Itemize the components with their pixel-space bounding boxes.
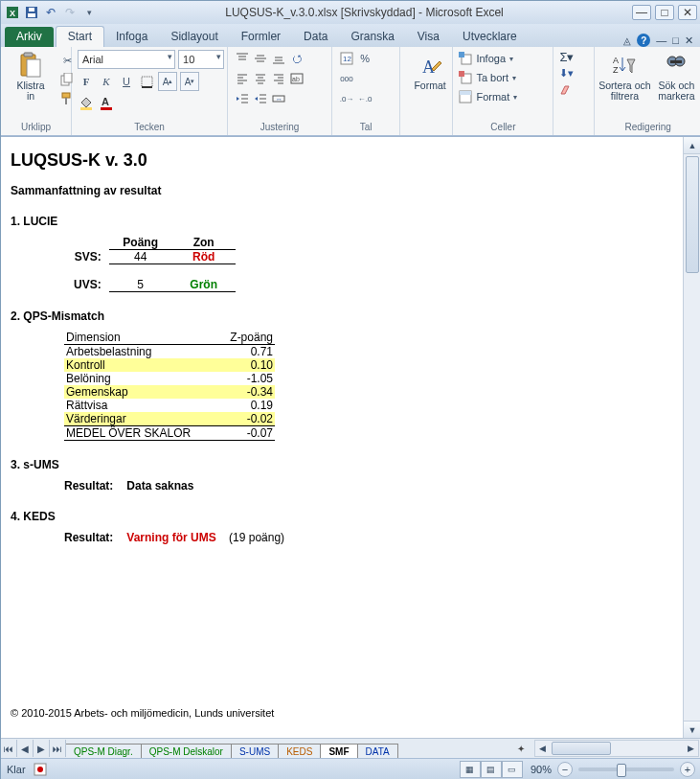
zoom-slider[interactable] [578, 768, 674, 771]
help-area: ◬ ? — □ ✕ [623, 34, 700, 47]
close-button[interactable]: ✕ [678, 5, 697, 20]
increase-decimal-icon[interactable]: .0→ [338, 90, 355, 107]
redo-icon[interactable]: ↷ [62, 5, 78, 20]
align-left-icon[interactable] [234, 70, 251, 87]
ribbon-min-window-icon[interactable]: — [656, 34, 666, 46]
ribbon-tab-formler[interactable]: Formler [230, 27, 292, 47]
font-name-combo[interactable]: Arial [78, 50, 175, 69]
svg-point-63 [37, 767, 43, 772]
sort-filter-button[interactable]: AZ Sortera och filtrera [600, 50, 648, 103]
align-bottom-icon[interactable] [270, 50, 287, 67]
font-size-combo[interactable]: 10 [178, 50, 224, 69]
svg-rect-14 [80, 107, 92, 110]
scroll-right-icon[interactable]: ▶ [684, 744, 698, 753]
file-tab[interactable]: Arkiv [5, 27, 54, 47]
sheet-tab-data[interactable]: DATA [357, 744, 398, 758]
ribbon-tab-granska[interactable]: Granska [339, 27, 405, 47]
autosum-icon[interactable]: Σ▾ [559, 50, 574, 64]
align-middle-icon[interactable] [252, 50, 269, 67]
styles-format-button[interactable]: A Format [406, 50, 454, 93]
underline-button[interactable]: U [118, 73, 135, 90]
worksheet[interactable]: LUQSUS-K v. 3.0 Sammanfattning av result… [1, 137, 683, 738]
scroll-down-icon[interactable]: ▼ [684, 721, 700, 738]
ribbon-tab-utvecklare[interactable]: Utvecklare [451, 27, 529, 47]
ribbon-tabs: Arkiv StartInfogaSidlayoutFormlerDataGra… [1, 24, 700, 47]
scroll-left-icon[interactable]: ◀ [535, 744, 550, 753]
decrease-font-icon[interactable]: A▾ [180, 72, 199, 91]
minimize-ribbon-icon[interactable]: ◬ [623, 35, 631, 46]
sheet-tab-qps-m-diagr-[interactable]: QPS-M Diagr. [66, 744, 142, 758]
merge-center-icon[interactable]: ↔ [270, 90, 287, 107]
svg-rect-4 [29, 8, 34, 11]
svg-text:ab: ab [292, 76, 300, 82]
cells-format[interactable]: Format▾ [459, 88, 517, 105]
paste-button[interactable]: Klistra in [7, 50, 55, 103]
ribbon-tab-data[interactable]: Data [292, 27, 339, 47]
format-cells-icon [459, 90, 472, 103]
prev-sheet-icon[interactable]: ◀ [17, 740, 34, 757]
svg-text:Z: Z [613, 65, 619, 75]
maximize-button[interactable]: □ [655, 5, 674, 20]
fill-color-button[interactable] [78, 94, 95, 111]
sheet-tab-keds[interactable]: KEDS [278, 744, 321, 758]
qps-dimension: Rättvisa [64, 399, 218, 412]
align-top-icon[interactable] [234, 50, 251, 67]
number-format-icon[interactable]: 12 [338, 50, 355, 67]
copyright: © 2010-2015 Arbets- och miljömedicin, Lu… [11, 707, 666, 719]
orientation-icon[interactable]: ⭯ [288, 50, 305, 67]
page-layout-view-icon[interactable]: ▤ [481, 761, 502, 778]
zoom-level[interactable]: 90% [531, 764, 552, 775]
sheet-tab-smf[interactable]: SMF [320, 744, 357, 758]
normal-view-icon[interactable]: ▦ [460, 761, 481, 778]
comma-icon[interactable]: 000 [338, 70, 355, 87]
next-sheet-icon[interactable]: ▶ [34, 740, 50, 757]
scroll-up-icon[interactable]: ▲ [684, 137, 700, 154]
last-sheet-icon[interactable]: ⏭ [50, 740, 66, 757]
fill-icon[interactable]: ⬇▾ [559, 67, 574, 80]
ribbon-tab-start[interactable]: Start [56, 26, 104, 47]
page-break-view-icon[interactable]: ▭ [502, 761, 523, 778]
ribbon-tab-visa[interactable]: Visa [406, 27, 451, 47]
scroll-thumb[interactable] [686, 156, 699, 273]
decrease-indent-icon[interactable] [234, 90, 251, 107]
sums-result: Resultat: Data saknas [64, 479, 666, 493]
decrease-decimal-icon[interactable]: ←.0 [356, 90, 373, 107]
lucie-zone: Röd [172, 250, 236, 264]
cells-insert[interactable]: Infoga▾ [459, 50, 513, 67]
macro-record-icon[interactable] [34, 763, 47, 776]
qps-zscore: 0.10 [218, 358, 275, 372]
cells-delete[interactable]: Ta bort▾ [459, 69, 516, 86]
ribbon-tab-sidlayout[interactable]: Sidlayout [159, 27, 229, 47]
bold-button[interactable]: F [78, 73, 95, 90]
new-sheet-icon[interactable]: ✦ [511, 744, 531, 754]
hscroll-thumb[interactable] [552, 742, 611, 755]
percent-icon[interactable]: % [356, 50, 373, 67]
find-select-button[interactable]: Sök och markera [652, 50, 700, 103]
save-icon[interactable] [24, 5, 39, 20]
sheet-tab-s-ums[interactable]: S-UMS [231, 744, 279, 758]
ribbon-tab-infoga[interactable]: Infoga [104, 27, 159, 47]
increase-indent-icon[interactable] [252, 90, 269, 107]
align-right-icon[interactable] [270, 70, 287, 87]
group-clipboard: Klistra in ✂ Urklipp [1, 47, 72, 135]
first-sheet-icon[interactable]: ⏮ [1, 740, 17, 757]
clear-icon[interactable] [559, 82, 573, 96]
vertical-scrollbar[interactable]: ▲ ▼ [683, 137, 700, 738]
align-center-icon[interactable] [252, 70, 269, 87]
wrap-text-icon[interactable]: ab [288, 70, 305, 87]
svg-text:X: X [10, 9, 15, 18]
horizontal-scrollbar[interactable]: ◀ ▶ [534, 740, 699, 757]
sheet-tab-qps-m-delskalor[interactable]: QPS-M Delskalor [141, 744, 232, 758]
ribbon-max-window-icon[interactable]: □ [672, 34, 679, 46]
zoom-out-button[interactable]: − [557, 762, 573, 777]
border-button[interactable] [138, 73, 155, 90]
qat-dropdown-icon[interactable]: ▾ [81, 5, 97, 20]
minimize-button[interactable]: — [632, 5, 651, 20]
zoom-in-button[interactable]: + [680, 762, 695, 777]
increase-font-icon[interactable]: A▴ [158, 72, 177, 91]
help-icon[interactable]: ? [637, 34, 650, 47]
ribbon-close-window-icon[interactable]: ✕ [685, 34, 693, 47]
font-color-button[interactable]: A [98, 94, 115, 111]
undo-icon[interactable]: ↶ [43, 5, 58, 20]
italic-button[interactable]: K [98, 73, 115, 90]
